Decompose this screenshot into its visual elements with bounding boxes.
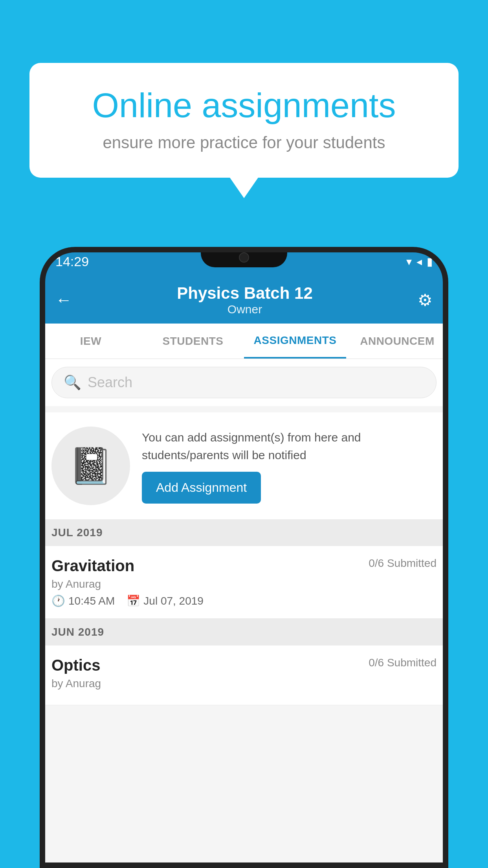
settings-button[interactable]: ⚙ [418, 291, 433, 310]
back-button[interactable]: ← [55, 291, 72, 309]
phone-screen: IEW STUDENTS ASSIGNMENTS ANNOUNCEM 🔍 Sea… [40, 324, 448, 868]
assignment-by: by Anurag [51, 578, 437, 590]
camera-notch [239, 252, 249, 263]
promo-icon-circle: 📓 [51, 427, 130, 505]
assignment-time: 10:45 AM [68, 595, 115, 607]
speech-bubble-container: Online assignments ensure more practice … [29, 63, 459, 178]
section-header-jul: JUL 2019 [40, 519, 448, 546]
promo-section: 📓 You can add assignment(s) from here an… [40, 412, 448, 519]
tab-announcements[interactable]: ANNOUNCEM [346, 324, 448, 359]
calendar-icon: 📅 [127, 594, 140, 607]
assignment-date-meta: 📅 Jul 07, 2019 [127, 594, 204, 607]
signal-icon: ◂ [416, 255, 422, 268]
clock-icon: 🕐 [51, 594, 65, 607]
assignment-by-optics: by Anurag [51, 677, 437, 690]
wifi-icon: ▾ [406, 255, 412, 268]
assignment-item-optics[interactable]: Optics 0/6 Submitted by Anurag [40, 645, 448, 705]
app-header: ← Physics Batch 12 Owner ⚙ [40, 276, 448, 324]
add-assignment-button[interactable]: Add Assignment [142, 472, 261, 504]
header-subtitle: Owner [72, 303, 418, 316]
assignment-status-optics: 0/6 Submitted [369, 657, 437, 669]
header-title-block: Physics Batch 12 Owner [72, 284, 418, 316]
assignment-title-optics: Optics [51, 657, 100, 674]
assignment-top-optics: Optics 0/6 Submitted [51, 657, 437, 674]
tab-iew[interactable]: IEW [40, 324, 142, 359]
phone-notch [201, 247, 287, 267]
assignment-date: Jul 07, 2019 [143, 595, 204, 607]
section-header-jun: JUN 2019 [40, 619, 448, 645]
status-time: 14:29 [55, 254, 89, 269]
promo-content: You can add assignment(s) from here and … [142, 428, 437, 504]
search-placeholder: Search [88, 374, 132, 391]
bubble-title: Online assignments [57, 86, 431, 125]
assignment-meta: 🕐 10:45 AM 📅 Jul 07, 2019 [51, 594, 437, 607]
assignment-top: Gravitation 0/6 Submitted [51, 557, 437, 575]
tab-students[interactable]: STUDENTS [142, 324, 244, 359]
header-title: Physics Batch 12 [72, 284, 418, 303]
speech-bubble: Online assignments ensure more practice … [29, 63, 459, 178]
tab-assignments[interactable]: ASSIGNMENTS [244, 324, 346, 359]
search-icon: 🔍 [64, 374, 81, 391]
promo-description: You can add assignment(s) from here and … [142, 428, 437, 464]
search-box[interactable]: 🔍 Search [51, 367, 437, 398]
bubble-subtitle: ensure more practice for your students [57, 133, 431, 152]
battery-icon: ▮ [427, 255, 433, 268]
assignment-time-meta: 🕐 10:45 AM [51, 594, 115, 607]
status-icons: ▾ ◂ ▮ [406, 255, 433, 268]
tabs-bar: IEW STUDENTS ASSIGNMENTS ANNOUNCEM [40, 324, 448, 359]
assignment-title: Gravitation [51, 557, 134, 575]
phone-frame: 14:29 ▾ ◂ ▮ ← Physics Batch 12 Owner ⚙ I… [40, 247, 448, 868]
search-container: 🔍 Search [40, 359, 448, 406]
assignment-item-gravitation[interactable]: Gravitation 0/6 Submitted by Anurag 🕐 10… [40, 546, 448, 619]
assignment-status: 0/6 Submitted [369, 557, 437, 570]
notebook-icon: 📓 [69, 445, 113, 487]
